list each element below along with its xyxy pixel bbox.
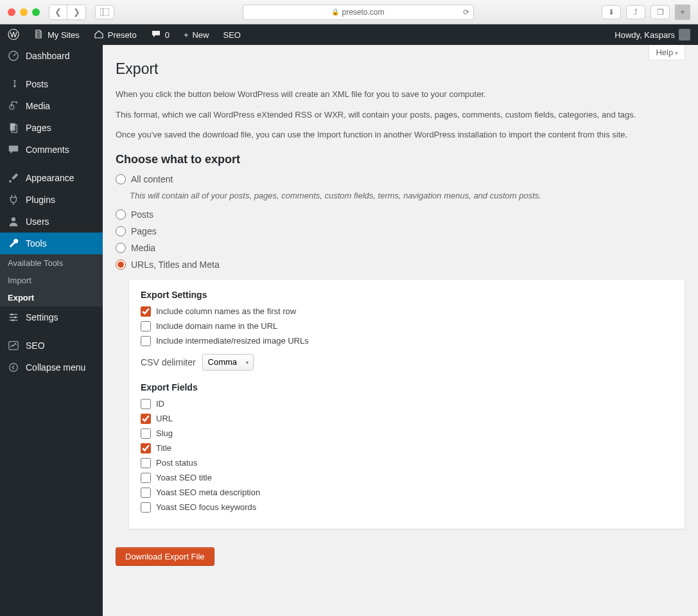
- check-yoast-keywords-row: Yoast SEO focus keywords: [141, 502, 673, 513]
- window-controls: [8, 8, 40, 16]
- downloads-button[interactable]: ⬇: [602, 5, 621, 19]
- nav-buttons: ❮ ❯: [49, 4, 86, 20]
- check-title[interactable]: [141, 443, 151, 453]
- menu-label: Appearance: [26, 173, 74, 183]
- comment-icon: [8, 144, 19, 155]
- check-url[interactable]: [141, 414, 151, 424]
- menu-seo[interactable]: SEO: [0, 335, 103, 356]
- radio-media[interactable]: [116, 243, 126, 253]
- check-yoast-title-label: Yoast SEO title: [156, 473, 212, 482]
- check-yoast-desc[interactable]: [141, 488, 151, 498]
- menu-pages[interactable]: Pages: [0, 117, 103, 139]
- site-name-label: Preseto: [108, 30, 137, 40]
- check-slug-label: Slug: [156, 428, 173, 438]
- reload-icon[interactable]: ⟳: [463, 8, 469, 17]
- all-content-hint: This will contain all of your posts, pag…: [130, 191, 685, 200]
- radio-posts-row: Posts: [116, 209, 685, 220]
- plug-icon: [8, 194, 19, 206]
- csv-delimiter-label: CSV delimiter: [141, 357, 196, 367]
- radio-urls-meta-row: URLs, Titles and Meta: [116, 260, 685, 270]
- radio-all-content-label: All content: [131, 174, 173, 184]
- radio-posts-label: Posts: [131, 209, 153, 220]
- new-content-link[interactable]: + New: [181, 24, 212, 45]
- check-title-row: Title: [141, 443, 673, 453]
- seo-link[interactable]: SEO: [221, 24, 243, 45]
- menu-dashboard[interactable]: Dashboard: [0, 45, 103, 67]
- menu-posts[interactable]: Posts: [0, 73, 103, 95]
- radio-urls-meta-label: URLs, Titles and Meta: [131, 260, 220, 270]
- account-link[interactable]: Howdy, Kaspars: [612, 24, 693, 45]
- site-name-link[interactable]: Preseto: [91, 24, 139, 45]
- svg-point-7: [11, 313, 13, 315]
- tabs-button[interactable]: ❐: [650, 5, 670, 19]
- check-yoast-keywords[interactable]: [141, 502, 151, 513]
- radio-pages[interactable]: [116, 226, 126, 236]
- check-post-status-row: Post status: [141, 458, 673, 468]
- radio-posts[interactable]: [116, 209, 126, 220]
- browser-chrome: ❮ ❯ 🔒 preseto.com ⟳ ⬇ ⤴ ❐ +: [0, 0, 698, 24]
- check-include-intermediate-label: Include intermediate/resized image URLs: [156, 336, 309, 346]
- wp-logo[interactable]: ⓦ: [5, 24, 22, 45]
- radio-media-row: Media: [116, 243, 685, 253]
- menu-tools[interactable]: Tools: [0, 233, 103, 254]
- admin-sidemenu: Dashboard Posts Media Pages Comments: [0, 45, 103, 616]
- menu-label: Collapse menu: [26, 362, 85, 373]
- menu-label: Comments: [26, 145, 69, 155]
- check-include-domain[interactable]: [141, 321, 151, 331]
- csv-delimiter-select[interactable]: Comma: [202, 354, 254, 371]
- plus-icon: +: [184, 30, 189, 40]
- help-tab[interactable]: Help: [649, 45, 685, 60]
- forward-button[interactable]: ❯: [67, 5, 85, 19]
- submenu-import[interactable]: Import: [0, 272, 103, 289]
- radio-urls-meta[interactable]: [116, 260, 126, 270]
- menu-label: Media: [26, 101, 50, 111]
- menu-media[interactable]: Media: [0, 95, 103, 117]
- home-icon: [94, 29, 104, 41]
- submenu-export[interactable]: Export: [0, 289, 103, 306]
- check-include-domain-label: Include domain name in the URL: [156, 321, 277, 331]
- check-slug[interactable]: [141, 428, 151, 439]
- check-slug-row: Slug: [141, 428, 673, 439]
- menu-label: SEO: [26, 340, 45, 351]
- close-window-button[interactable]: [8, 8, 15, 16]
- check-id[interactable]: [141, 399, 151, 409]
- howdy-text: Howdy, Kaspars: [615, 30, 675, 40]
- check-yoast-desc-label: Yoast SEO meta description: [156, 488, 260, 497]
- sliders-icon: [8, 312, 19, 323]
- intro-paragraph-1: When you click the button below WordPres…: [116, 88, 685, 101]
- check-url-row: URL: [141, 414, 673, 424]
- minimize-window-button[interactable]: [20, 8, 28, 16]
- check-post-status-label: Post status: [156, 458, 197, 468]
- menu-settings[interactable]: Settings: [0, 306, 103, 328]
- check-post-status[interactable]: [141, 458, 151, 468]
- submenu-available-tools[interactable]: Available Tools: [0, 254, 103, 272]
- maximize-window-button[interactable]: [32, 8, 40, 16]
- my-sites-label: My Sites: [48, 30, 80, 40]
- pages-icon: [8, 122, 19, 134]
- check-url-label: URL: [156, 414, 173, 423]
- menu-comments[interactable]: Comments: [0, 139, 103, 161]
- check-include-columns[interactable]: [141, 306, 151, 317]
- check-include-domain-row: Include domain name in the URL: [141, 321, 673, 331]
- sidebar-toggle-button[interactable]: [95, 5, 114, 19]
- comments-link[interactable]: 0: [148, 24, 172, 45]
- menu-users[interactable]: Users: [0, 211, 103, 233]
- back-button[interactable]: ❮: [49, 5, 67, 19]
- download-export-button[interactable]: Download Export File: [116, 547, 214, 566]
- menu-label: Dashboard: [26, 51, 70, 61]
- menu-label: Posts: [26, 79, 48, 89]
- menu-collapse[interactable]: Collapse menu: [0, 356, 103, 378]
- radio-all-content[interactable]: [116, 174, 126, 184]
- url-bar[interactable]: 🔒 preseto.com ⟳: [243, 4, 474, 20]
- comment-icon: [151, 29, 161, 41]
- share-button[interactable]: ⤴: [626, 5, 645, 19]
- new-tab-button[interactable]: +: [675, 4, 690, 20]
- check-yoast-title[interactable]: [141, 473, 151, 483]
- menu-appearance[interactable]: Appearance: [0, 167, 103, 189]
- check-yoast-desc-row: Yoast SEO meta description: [141, 488, 673, 498]
- my-sites-link[interactable]: My Sites: [31, 24, 82, 45]
- new-label: New: [192, 30, 209, 40]
- check-title-label: Title: [156, 443, 171, 453]
- menu-plugins[interactable]: Plugins: [0, 189, 103, 211]
- check-include-intermediate[interactable]: [141, 336, 151, 346]
